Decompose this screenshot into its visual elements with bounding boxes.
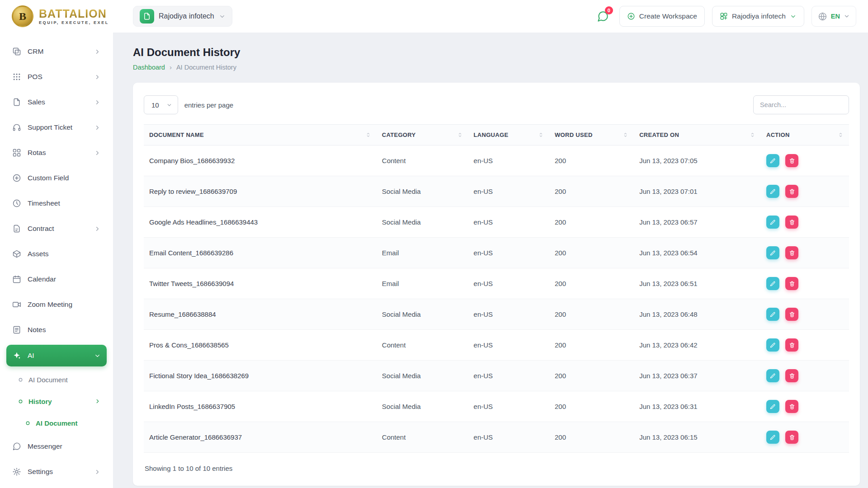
edit-button[interactable] xyxy=(766,216,779,229)
sort-icon[interactable] xyxy=(838,132,844,138)
word-used-cell: 200 xyxy=(549,145,634,176)
page-title: AI Document History xyxy=(133,46,860,59)
delete-button[interactable] xyxy=(785,338,798,352)
chevron-right-icon xyxy=(94,469,101,475)
action-cell xyxy=(761,391,849,422)
sidebar-subitem-history-ai-document[interactable]: AI Document xyxy=(6,412,107,434)
sidebar-item-custom-field[interactable]: Custom Field xyxy=(6,165,107,191)
sort-icon[interactable] xyxy=(457,132,463,138)
entries-per-page-label: entries per page xyxy=(184,101,233,109)
delete-button[interactable] xyxy=(785,277,798,290)
sales-icon xyxy=(12,98,21,107)
workspace-label: Rajodiya infotech xyxy=(159,12,214,20)
language-selector[interactable]: EN xyxy=(811,6,856,27)
edit-button[interactable] xyxy=(766,154,779,167)
chevron-right-icon xyxy=(94,74,101,80)
trash-icon xyxy=(789,158,795,164)
word-used-cell: 200 xyxy=(549,330,634,361)
brand-logo-icon: B xyxy=(12,5,33,27)
sidebar-item-assets[interactable]: Assets xyxy=(6,241,107,267)
table-row: Fictional Story Idea_1686638269 Social M… xyxy=(144,361,849,391)
sidebar-item-label: POS xyxy=(28,73,42,81)
sidebar-item-messenger[interactable]: Messenger xyxy=(6,434,107,459)
edit-button[interactable] xyxy=(766,400,779,413)
search-input[interactable] xyxy=(753,95,849,114)
breadcrumb-separator: › xyxy=(170,63,172,71)
sort-icon[interactable] xyxy=(538,132,544,138)
column-header[interactable]: ACTION xyxy=(761,125,849,145)
delete-button[interactable] xyxy=(785,400,798,413)
sidebar-subitem-ai-document[interactable]: AI Document xyxy=(6,369,107,390)
trash-icon xyxy=(789,188,795,195)
brand-tagline: EQUIP, EXECUTE, EXEL xyxy=(39,21,109,25)
workspace-selector[interactable]: Rajodiya infotech xyxy=(133,6,232,27)
category-cell: Social Media xyxy=(377,299,468,330)
sidebar-item-label: AI xyxy=(28,352,34,360)
column-header[interactable]: CREATED ON xyxy=(634,125,761,145)
breadcrumb-dashboard-link[interactable]: Dashboard xyxy=(133,64,165,71)
sort-icon[interactable] xyxy=(623,132,628,138)
delete-button[interactable] xyxy=(785,246,798,259)
action-cell xyxy=(761,299,849,330)
page-size-select[interactable]: 10 xyxy=(144,95,178,114)
column-header[interactable]: DOCUMENT NAME xyxy=(144,125,377,145)
sidebar-item-zoom-meeting[interactable]: Zoom Meeting xyxy=(6,292,107,317)
account-workspace-button[interactable]: Rajodiya infotech xyxy=(712,6,804,27)
column-header[interactable]: WORD USED xyxy=(549,125,634,145)
edit-button[interactable] xyxy=(766,185,779,198)
pos-icon xyxy=(12,72,21,81)
edit-button[interactable] xyxy=(766,338,779,352)
pencil-icon xyxy=(769,342,776,348)
edit-button[interactable] xyxy=(766,277,779,290)
sidebar-item-settings[interactable]: Settings xyxy=(6,459,107,484)
sidebar-item-label: Contract xyxy=(28,225,54,233)
action-cell xyxy=(761,330,849,361)
sidebar-item-rotas[interactable]: Rotas xyxy=(6,140,107,165)
sidebar-item-timesheet[interactable]: Timesheet xyxy=(6,191,107,216)
action-cell xyxy=(761,176,849,207)
sidebar-item-label: CRM xyxy=(28,47,43,56)
delete-button[interactable] xyxy=(785,185,798,198)
plus-circle-icon xyxy=(627,12,635,20)
sidebar-subitem-history[interactable]: History xyxy=(6,390,107,412)
column-header-label: ACTION xyxy=(766,131,790,138)
sidebar-item-sales[interactable]: Sales xyxy=(6,89,107,115)
chat-button[interactable]: 0 xyxy=(594,7,612,25)
document-name-cell: Google Ads Headlines_1686639443 xyxy=(144,207,377,238)
chevron-right-icon xyxy=(94,99,101,106)
column-header[interactable]: LANGUAGE xyxy=(468,125,549,145)
create-workspace-button[interactable]: Create Workspace xyxy=(619,6,705,27)
edit-button[interactable] xyxy=(766,246,779,259)
globe-icon xyxy=(818,12,827,21)
sidebar-item-notes[interactable]: Notes xyxy=(6,317,107,343)
edit-button[interactable] xyxy=(766,308,779,321)
bullet-circle-icon xyxy=(25,421,30,426)
table-row: Twitter Tweets_1686639094 Email en-US 20… xyxy=(144,268,849,299)
sidebar-item-support-ticket[interactable]: Support Ticket xyxy=(6,115,107,140)
plus-circle-icon xyxy=(12,174,21,183)
sort-icon[interactable] xyxy=(750,132,755,138)
table-row: Resume_1686638884 Social Media en-US 200… xyxy=(144,299,849,330)
pencil-icon xyxy=(769,373,776,379)
category-cell: Content xyxy=(377,330,468,361)
sidebar-item-label: Zoom Meeting xyxy=(28,300,72,309)
sidebar-item-ai[interactable]: AI xyxy=(6,345,107,366)
sidebar-item-contract[interactable]: Contract xyxy=(6,216,107,241)
sort-icon[interactable] xyxy=(365,132,371,138)
sidebar-item-pos[interactable]: POS xyxy=(6,64,107,89)
trash-icon xyxy=(789,219,795,225)
sidebar-item-calendar[interactable]: Calendar xyxy=(6,267,107,292)
document-name-cell: Company Bios_1686639932 xyxy=(144,145,377,176)
edit-button[interactable] xyxy=(766,431,779,444)
delete-button[interactable] xyxy=(785,369,798,382)
edit-button[interactable] xyxy=(766,369,779,382)
delete-button[interactable] xyxy=(785,216,798,229)
word-used-cell: 200 xyxy=(549,207,634,238)
delete-button[interactable] xyxy=(785,431,798,444)
sidebar-item-crm[interactable]: CRM xyxy=(6,39,107,64)
chevron-down-icon xyxy=(844,13,850,19)
column-header[interactable]: CATEGORY xyxy=(377,125,468,145)
delete-button[interactable] xyxy=(785,308,798,321)
pencil-icon xyxy=(769,250,776,256)
delete-button[interactable] xyxy=(785,154,798,167)
